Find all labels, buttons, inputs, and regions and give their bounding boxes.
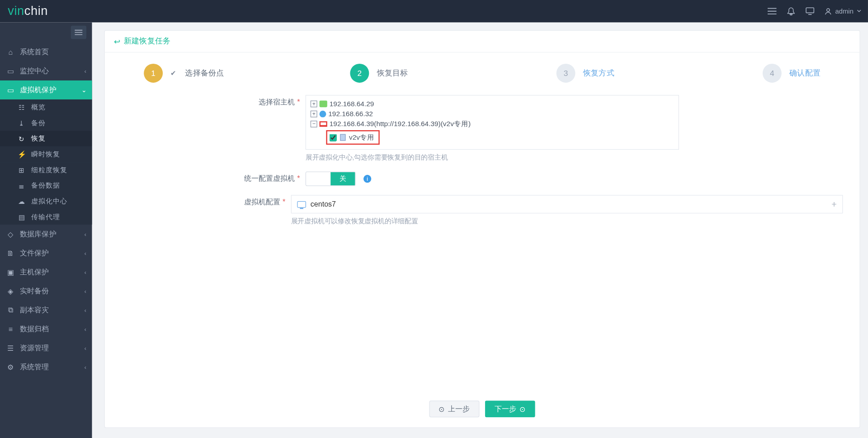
- copy-icon: ⧉: [7, 306, 14, 315]
- nav-vm-backup-data[interactable]: ≣备份数据: [0, 178, 92, 193]
- nav-replica[interactable]: ⧉副本容灾‹: [0, 301, 92, 320]
- wizard-footer: ⊙ 上一步 下一步 ⊙: [105, 393, 860, 428]
- top-bar: vinchin admin: [0, 0, 868, 22]
- info-icon[interactable]: i: [363, 175, 371, 183]
- restore-icon: ↻: [18, 134, 25, 143]
- nav-vm-agent[interactable]: ▤传输代理: [0, 209, 92, 225]
- chevron-down-icon: [857, 9, 861, 13]
- check-icon: ✔: [170, 69, 176, 77]
- nav-vm-instant[interactable]: ⚡瞬时恢复: [0, 146, 92, 162]
- bell-icon[interactable]: [787, 7, 796, 16]
- expand-icon[interactable]: +: [311, 100, 317, 107]
- unify-toggle[interactable]: 关: [306, 171, 356, 186]
- dash-icon: ☷: [18, 103, 25, 112]
- tree-node-2[interactable]: + 192.168.66.32: [311, 109, 674, 119]
- arrow-right-icon: ⊙: [519, 405, 526, 413]
- data-icon: ≣: [18, 181, 25, 190]
- vm-icon: ▭: [7, 86, 14, 94]
- vcenter-red-icon: [320, 121, 327, 127]
- vmcfg-hint: 展开虚拟机可以修改恢复虚拟机的详细配置: [291, 217, 843, 226]
- cloud-icon: ☁: [18, 197, 25, 206]
- host-label: 选择宿主机*: [122, 95, 306, 163]
- chevron-left-icon: ‹: [85, 250, 87, 256]
- nav-archive[interactable]: ≡数据归档‹: [0, 320, 92, 339]
- chevron-left-icon: ‹: [85, 326, 87, 333]
- nav-vm-backup[interactable]: ⤓备份: [0, 115, 92, 131]
- host-tree: + 192.168.64.29 + 192.168.66.32: [306, 95, 679, 150]
- tree-node-1[interactable]: + 192.168.64.29: [311, 99, 674, 109]
- save-icon: ⤓: [18, 119, 25, 127]
- nav-home[interactable]: ⌂系统首页: [0, 42, 92, 61]
- granular-icon: ⊞: [18, 165, 25, 174]
- nav-host-protect[interactable]: ▣主机保护‹: [0, 263, 92, 282]
- home-icon: ⌂: [7, 48, 14, 57]
- nav-vm-restore[interactable]: ↻恢复: [0, 131, 92, 146]
- nav-vm-overview[interactable]: ☷概览: [0, 99, 92, 115]
- nav-resource[interactable]: ☰资源管理‹: [0, 339, 92, 358]
- step-4[interactable]: 4 确认配置: [763, 64, 821, 83]
- chevron-left-icon: ‹: [85, 288, 87, 295]
- svg-point-1: [827, 8, 830, 11]
- expand-icon[interactable]: +: [311, 111, 317, 118]
- next-button[interactable]: 下一步 ⊙: [485, 400, 535, 417]
- back-arrow-icon[interactable]: ↩: [114, 37, 121, 46]
- host-icon: ▣: [7, 268, 14, 277]
- collapse-sidebar-button[interactable]: [71, 26, 87, 39]
- chevron-left-icon: ‹: [85, 269, 87, 276]
- tree-node-3[interactable]: − 192.168.64.39(http://192.168.64.39)(v2…: [311, 119, 674, 129]
- nav-realtime[interactable]: ◈实时备份‹: [0, 282, 92, 301]
- chevron-left-icon: ‹: [85, 231, 87, 237]
- chevron-left-icon: ‹: [85, 68, 87, 75]
- user-name: admin: [835, 7, 854, 15]
- db-icon: ◇: [7, 230, 14, 239]
- nav-db-protect[interactable]: ◇数据库保护‹: [0, 225, 92, 244]
- vcenter-blue-icon: [320, 111, 326, 118]
- chevron-left-icon: ‹: [85, 345, 87, 352]
- archive-icon: ≡: [7, 325, 14, 334]
- panel-title: ↩ 新建恢复任务: [105, 31, 860, 52]
- chevron-left-icon: ‹: [85, 364, 87, 371]
- nav-monitor[interactable]: ▭监控中心‹: [0, 61, 92, 80]
- nav-vm-protect[interactable]: ▭虚拟机保护⌄: [0, 80, 92, 99]
- sidebar: ⌂系统首页 ▭监控中心‹ ▭虚拟机保护⌄ ☷概览 ⤓备份 ↻恢复 ⚡瞬时恢复 ⊞…: [0, 22, 92, 438]
- nav-vm-vcenter[interactable]: ☁虚拟化中心: [0, 193, 92, 209]
- agent-icon: ▤: [18, 212, 25, 221]
- gear-icon: ⚙: [7, 363, 14, 372]
- file-icon: 🗎: [7, 249, 14, 258]
- step-1[interactable]: 1 ✔ 选择备份点: [144, 64, 350, 83]
- arrow-left-icon: ⊙: [439, 405, 445, 413]
- resource-icon: ☰: [7, 344, 14, 353]
- nav-vm-granular[interactable]: ⊞细粒度恢复: [0, 162, 92, 178]
- nav-file-protect[interactable]: 🗎文件保护‹: [0, 244, 92, 263]
- main-panel: ↩ 新建恢复任务 1 ✔ 选择备份点 2 恢复目标: [104, 30, 860, 428]
- wizard-steps: 1 ✔ 选择备份点 2 恢复目标 3 恢复方式: [105, 52, 860, 87]
- brand-logo: vinchin: [8, 4, 48, 19]
- host-checkbox[interactable]: [330, 134, 337, 141]
- expand-icon[interactable]: +: [831, 199, 837, 209]
- host-hint: 展开虚拟化中心,勾选你需要恢复到的目的宿主机: [306, 153, 679, 163]
- vm-name: centos7: [311, 200, 336, 208]
- chevron-down-icon: ⌄: [81, 86, 86, 94]
- user-icon: [825, 8, 832, 15]
- list-icon[interactable]: [768, 7, 777, 16]
- tree-child-v2v[interactable]: v2v专用: [326, 130, 380, 145]
- svg-rect-0: [806, 8, 814, 13]
- step-3[interactable]: 3 恢复方式: [557, 64, 763, 83]
- shield-icon: ◈: [7, 287, 14, 296]
- vmcfg-label: 虚拟机配置*: [122, 195, 291, 226]
- prev-button[interactable]: ⊙ 上一步: [429, 400, 479, 417]
- step-2: 2 恢复目标: [350, 64, 556, 83]
- monitor-nav-icon: ▭: [7, 67, 14, 75]
- host-icon: [340, 134, 345, 141]
- vcenter-green-icon: [320, 100, 327, 107]
- monitor-icon[interactable]: [806, 7, 815, 16]
- collapse-icon[interactable]: −: [311, 121, 317, 127]
- user-menu[interactable]: admin: [825, 7, 861, 15]
- flash-icon: ⚡: [18, 150, 25, 159]
- unify-label: 统一配置虚拟机*: [122, 171, 306, 186]
- nav-system[interactable]: ⚙系统管理‹: [0, 358, 92, 377]
- vm-monitor-icon: [297, 201, 306, 207]
- vm-config-row[interactable]: centos7 +: [291, 195, 843, 213]
- chevron-left-icon: ‹: [85, 307, 87, 314]
